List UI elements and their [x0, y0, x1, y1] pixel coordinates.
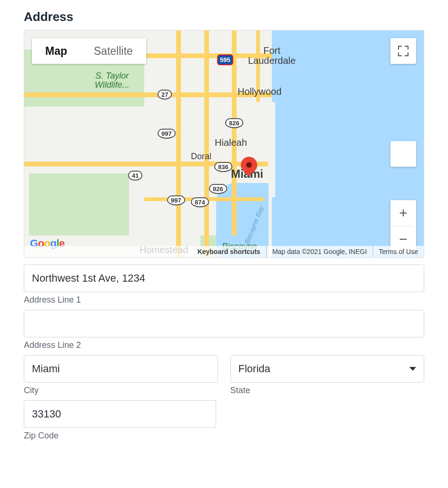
section-title: Address	[24, 10, 424, 24]
city-label: City	[24, 386, 218, 396]
terms-link[interactable]: Terms of Use	[373, 246, 424, 257]
map-data-text: Map data ©2021 Google, INEGI	[266, 246, 373, 257]
address-line-2-label: Address Line 2	[24, 340, 424, 350]
shield-sr826: 826	[225, 118, 243, 128]
address-form: Address Line 1 Address Line 2 City Flori…	[24, 264, 424, 441]
zoom-control: + −	[390, 200, 416, 252]
field-city: City	[24, 355, 218, 396]
map-road	[204, 30, 209, 257]
state-select-value: Florida	[239, 363, 270, 375]
shield-i595: 595	[217, 54, 233, 65]
fullscreen-button[interactable]	[390, 38, 416, 64]
map-container[interactable]: Fort Lauderdale Hollywood Hialeah Doral …	[24, 30, 424, 258]
zip-label: Zip Code	[24, 431, 216, 441]
place-doral: Doral	[191, 152, 211, 161]
map-attribution: Keyboard shortcuts Map data ©2021 Google…	[24, 246, 424, 257]
map-type-switch: Map Satellite	[32, 38, 146, 64]
zip-input[interactable]	[24, 400, 216, 428]
address-line-2-input[interactable]	[24, 310, 424, 337]
field-zip: Zip Code	[24, 400, 216, 441]
plus-icon: +	[399, 205, 408, 221]
shield-sr997: 997	[158, 129, 176, 139]
shield-sr836: 836	[214, 162, 232, 172]
keyboard-shortcuts-link[interactable]: Keyboard shortcuts	[192, 246, 266, 257]
address-line-1-label: Address Line 1	[24, 295, 424, 305]
address-line-1-input[interactable]	[24, 264, 424, 292]
city-input[interactable]	[24, 355, 218, 383]
place-fort-lauderdale: Fort Lauderdale	[248, 46, 296, 66]
shield-sr826: 826	[209, 184, 227, 194]
shield-sr997: 997	[167, 195, 185, 205]
zoom-in-button[interactable]: +	[390, 200, 416, 226]
map-tab-map[interactable]: Map	[32, 38, 80, 64]
map-tab-satellite[interactable]: Satellite	[80, 38, 146, 64]
fullscreen-icon	[398, 46, 408, 56]
minus-icon: −	[399, 231, 408, 247]
field-address-2: Address Line 2	[24, 310, 424, 350]
streetview-button[interactable]	[390, 141, 416, 167]
map-road	[176, 30, 181, 257]
place-hollywood: Hollywood	[238, 87, 281, 97]
shield-sr874: 874	[191, 197, 209, 207]
state-select[interactable]: Florida	[230, 355, 425, 383]
place-hialeah: Hialeah	[215, 138, 247, 148]
map-park	[29, 173, 129, 235]
state-label: State	[230, 386, 425, 396]
field-state: Florida State	[230, 355, 425, 396]
chevron-down-icon	[409, 367, 416, 371]
place-wildlife: S. Taylor Wildlife...	[95, 71, 129, 90]
field-address-1: Address Line 1	[24, 264, 424, 305]
